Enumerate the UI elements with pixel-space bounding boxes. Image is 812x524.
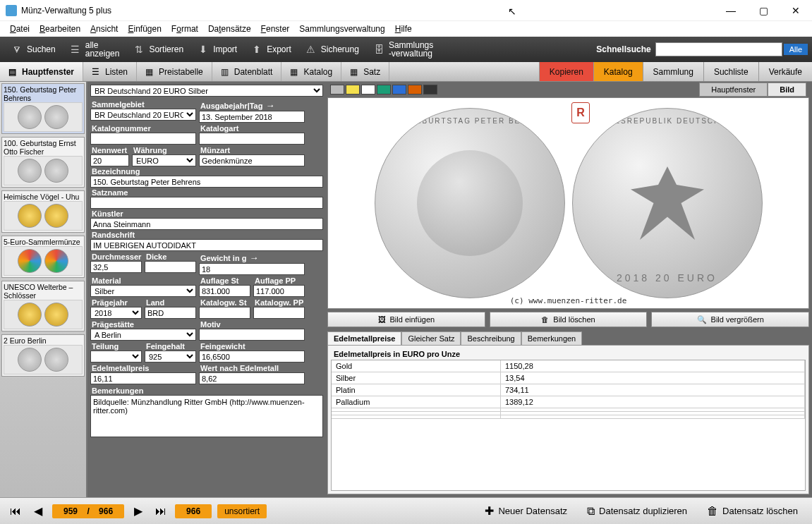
menu-datensaetze[interactable]: Datensätze bbox=[204, 23, 255, 36]
schnellsuche-input[interactable] bbox=[655, 42, 782, 56]
tab-listen[interactable]: ☰Listen bbox=[83, 62, 137, 81]
lower-tab[interactable]: Bemerkungen bbox=[521, 331, 583, 345]
maximize-button[interactable]: ▢ bbox=[747, 0, 780, 21]
menu-fenster[interactable]: Fenster bbox=[257, 23, 294, 36]
thumb-item[interactable]: Heimische Vögel - Uhu bbox=[1, 190, 85, 233]
rand-input[interactable] bbox=[90, 239, 323, 251]
tab-hauptfenster[interactable]: ▤Hauptfenster bbox=[0, 62, 83, 81]
auflage-pp-input[interactable] bbox=[253, 285, 305, 297]
thumbnail-list[interactable]: 150. Geburtstag Peter Behrens100. Geburt… bbox=[0, 82, 87, 497]
muenzart-input[interactable] bbox=[199, 154, 305, 166]
land-input[interactable] bbox=[145, 307, 196, 319]
praegestaette-select[interactable]: A Berlin bbox=[90, 329, 196, 341]
schnellsuche-alle-button[interactable]: Alle bbox=[784, 44, 808, 55]
color-swatch[interactable] bbox=[423, 85, 437, 95]
menu-datei[interactable]: Datei bbox=[6, 23, 34, 36]
new-record-button[interactable]: ✚Neuer Datensatz bbox=[478, 501, 574, 520]
kuenstler-label: Künstler bbox=[90, 209, 323, 218]
kopieren-button[interactable]: Kopieren bbox=[539, 62, 593, 81]
bild-vergroessern-button[interactable]: 🔍Bild vergrößern bbox=[651, 312, 809, 327]
nennwert-input[interactable] bbox=[90, 154, 129, 166]
katnr-input[interactable] bbox=[90, 133, 196, 145]
color-swatch[interactable] bbox=[330, 85, 344, 95]
waehrung-select[interactable]: EURO bbox=[132, 154, 196, 166]
menu-format[interactable]: Format bbox=[167, 23, 202, 36]
last-record-button[interactable]: ⏭ bbox=[152, 503, 169, 520]
sort-status[interactable]: unsortiert bbox=[217, 504, 267, 518]
delete-record-button[interactable]: 🗑Datensatz löschen bbox=[700, 502, 805, 520]
edelpreis-input[interactable] bbox=[90, 372, 196, 384]
katpp-input[interactable] bbox=[253, 307, 305, 319]
thumb-item[interactable]: 150. Geburtstag Peter Behrens bbox=[1, 83, 85, 134]
thumb-item[interactable]: 5-Euro-Sammlermünze bbox=[1, 236, 85, 278]
wertedel-input[interactable] bbox=[199, 372, 305, 384]
color-swatch[interactable] bbox=[361, 85, 375, 95]
menu-bearbeiten[interactable]: Bearbeiten bbox=[35, 23, 85, 36]
bild-einfuegen-button[interactable]: 🖼Bild einfügen bbox=[327, 312, 485, 327]
durchmesser-input[interactable] bbox=[90, 261, 142, 273]
feingewicht-input[interactable] bbox=[199, 351, 305, 362]
dicke-input[interactable] bbox=[145, 261, 196, 273]
sammlung-button[interactable]: Sammlung bbox=[643, 62, 703, 81]
lower-tab[interactable]: Beschreibung bbox=[461, 331, 521, 345]
top-collection-select[interactable]: BR Deutschland 20 EURO Silber bbox=[90, 85, 323, 97]
menu-ansicht[interactable]: Ansicht bbox=[86, 23, 122, 36]
teilung-select[interactable] bbox=[90, 351, 142, 362]
lower-tab[interactable]: Gleicher Satz bbox=[401, 331, 461, 345]
katart-input[interactable] bbox=[199, 133, 305, 145]
thumb-item[interactable]: 100. Geburtstag Ernst Otto Fischer bbox=[1, 137, 85, 188]
tab-datenblatt[interactable]: ▥Datenblatt bbox=[212, 62, 282, 81]
bild-loeschen-button[interactable]: 🗑Bild löschen bbox=[490, 312, 648, 327]
first-record-button[interactable]: ⏮ bbox=[7, 503, 24, 520]
thumb-item[interactable]: 2 Euro Berlin bbox=[1, 334, 85, 377]
gewicht-input[interactable] bbox=[199, 263, 305, 275]
suchliste-button[interactable]: Suchliste bbox=[703, 62, 758, 81]
rtab-hauptfenster[interactable]: Hauptfenster bbox=[699, 83, 768, 97]
color-swatch[interactable] bbox=[408, 85, 422, 95]
verkaufe-button[interactable]: Verkäufe bbox=[758, 62, 812, 81]
export-button[interactable]: ⬆Export bbox=[244, 41, 298, 58]
import-button[interactable]: ⬇Import bbox=[190, 41, 244, 58]
alle-anzeigen-button[interactable]: ☰alle anzeigen bbox=[63, 38, 127, 61]
thumb-image bbox=[4, 300, 83, 329]
tab-preistabelle[interactable]: ▦Preistabelle bbox=[137, 62, 212, 81]
bemerkungen-textarea[interactable]: Bildquelle: Münzhandlung Ritter GmbH (ht… bbox=[90, 395, 323, 437]
tab-satz[interactable]: ▦Satz bbox=[341, 62, 389, 81]
motiv-input[interactable] bbox=[199, 329, 305, 341]
prev-record-button[interactable]: ◀ bbox=[30, 503, 47, 520]
sicherung-button[interactable]: ⚠Sicherung bbox=[298, 41, 366, 58]
muenzart-label: Münzart bbox=[199, 145, 305, 154]
auflage-st-input[interactable] bbox=[199, 285, 250, 297]
feingehalt-select[interactable]: 925 bbox=[145, 351, 196, 362]
katalog-button[interactable]: Katalog bbox=[593, 62, 643, 81]
rtab-bild[interactable]: Bild bbox=[768, 83, 806, 97]
material-select[interactable]: Silber bbox=[90, 285, 196, 297]
suchen-button[interactable]: ⛛Suchen bbox=[4, 41, 63, 58]
sammlungsverwaltung-button[interactable]: 🗄Sammlungs -verwaltung bbox=[366, 38, 440, 61]
tab-katalog[interactable]: ▦Katalog bbox=[281, 62, 341, 81]
sammelgebiet-select[interactable]: BR Deutschland 20 EURO bbox=[90, 109, 196, 121]
color-swatch[interactable] bbox=[377, 85, 391, 95]
next-record-button[interactable]: ▶ bbox=[130, 503, 147, 520]
minimize-button[interactable]: — bbox=[715, 0, 747, 21]
arrow-icon[interactable]: → bbox=[265, 100, 274, 111]
bezeichnung-input[interactable] bbox=[90, 176, 323, 188]
color-swatch[interactable] bbox=[346, 85, 360, 95]
duplicate-record-button[interactable]: ⧉Datensatz duplizieren bbox=[580, 502, 694, 520]
menu-sammlungsverwaltung[interactable]: Sammlungsverwaltung bbox=[295, 23, 389, 36]
katst-input[interactable] bbox=[199, 307, 250, 319]
sortieren-button[interactable]: ⇅Sortieren bbox=[126, 41, 190, 58]
praegejahr-select[interactable]: 2018 bbox=[90, 307, 142, 319]
satzname-input[interactable] bbox=[90, 197, 323, 209]
arrow-icon[interactable]: → bbox=[249, 252, 258, 263]
lower-tab[interactable]: Edelmetallpreise bbox=[327, 331, 401, 345]
close-button[interactable]: ✕ bbox=[780, 0, 812, 21]
motiv-label: Motiv bbox=[199, 319, 305, 329]
thumb-item[interactable]: UNESCO Welterbe – Schlösser bbox=[1, 281, 85, 331]
color-swatch[interactable] bbox=[392, 85, 406, 95]
menu-hilfe[interactable]: Hilfe bbox=[391, 23, 416, 36]
menu-einfuegen[interactable]: Einfügen bbox=[123, 23, 165, 36]
ausgabe-input[interactable] bbox=[199, 111, 305, 123]
kuenstler-input[interactable] bbox=[90, 218, 323, 230]
eagle-icon bbox=[618, 154, 717, 252]
